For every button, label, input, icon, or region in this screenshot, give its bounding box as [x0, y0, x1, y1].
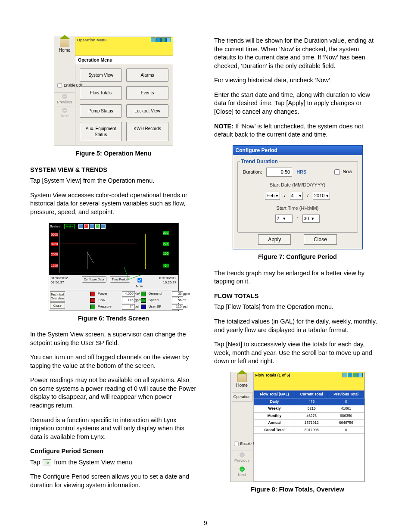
btn-events[interactable]: Events	[126, 86, 168, 100]
para: You can turn on and off logged channels …	[30, 353, 197, 370]
fig8-title: Flow Totals (1 of 5)	[255, 373, 290, 390]
trend-duration-legend: Trend Duration	[240, 159, 279, 165]
fig5-subheader: Operation Menu	[75, 56, 173, 64]
legend: Power4,500kWDemand23gpmFlow116gpmSpeed56…	[66, 290, 190, 310]
fig5-caption: Figure 5: Operation Menu	[30, 149, 197, 158]
tech-overview-btn[interactable]: Technical Overview	[50, 291, 65, 302]
para: For viewing historical data, uncheck ‘No…	[214, 76, 381, 85]
btn-kwh[interactable]: KWH Records	[126, 122, 168, 141]
para: The Configure Period screen allows you t…	[30, 473, 197, 489]
fig5-buttons: System View Alarms Flow Totals Events Pu…	[75, 64, 173, 146]
end-date: 01/10/2012	[149, 276, 177, 281]
para: Enter the start date and time, along wit…	[214, 91, 381, 116]
enable-edit[interactable]: Enable Edit	[232, 440, 252, 448]
enable-edit[interactable]: Enable Edit	[55, 81, 74, 90]
duration-input[interactable]: 0.50	[266, 168, 292, 177]
home-label: Home	[54, 47, 75, 53]
fig6-icons	[78, 224, 106, 229]
figure-8: Home Flow Totals (1 of 5) Operation Enab…	[230, 372, 365, 482]
para: The totalized values (in GAL) for the da…	[214, 317, 381, 334]
para: The trends will be shown for the Duratio…	[214, 37, 381, 70]
figure-7: Configure Period Trend Duration Duration…	[233, 145, 363, 250]
operation-button[interactable]: Operation	[232, 392, 252, 401]
hour-select[interactable]: 2 ▾	[275, 215, 293, 223]
year-select[interactable]: 2010 ▾	[313, 192, 330, 200]
note: NOTE: If ‘Now’ is left unchecked, the sy…	[214, 122, 381, 139]
heading-configure: Configure Period Screen	[30, 447, 197, 456]
para: Tap [Flow Totals] from the Operation men…	[214, 303, 381, 311]
home-label: Home	[231, 383, 253, 389]
para: In the System View screen, a supervisor …	[30, 330, 197, 347]
home-icon	[60, 39, 69, 47]
prev-button: ←Previous	[54, 92, 75, 106]
home-icon	[237, 374, 247, 382]
hrs-label: HRS	[296, 169, 306, 175]
para-tap-icon: Tap from the System View menu.	[30, 458, 197, 467]
fig8-titlebar: Flow Totals (1 of 5)	[254, 372, 364, 391]
fig8-title-icons	[342, 373, 363, 390]
min-select[interactable]: 30 ▾	[302, 215, 320, 223]
heading-system-view: SYSTEM VIEW & TRENDS	[30, 166, 197, 174]
start-time-label: Start Time (HH:MM)	[243, 205, 352, 212]
auto-badge: Auto	[64, 224, 75, 230]
month-select[interactable]: Feb ▾	[265, 192, 280, 200]
end-time: 10:26:37	[149, 280, 177, 285]
fig8-caption: Figure 8: Flow Totals, Overview	[214, 485, 381, 494]
close-btn[interactable]: Close	[50, 302, 65, 309]
para: Tap [Next] to successively view the tota…	[214, 340, 381, 366]
btn-pump-status[interactable]: Pump Status	[80, 104, 122, 118]
now-checkbox[interactable]: Now	[333, 168, 352, 176]
heading-flow-totals: FLOW TOTALS	[214, 292, 381, 301]
para: Tap [System View] from the Operation men…	[30, 177, 197, 185]
para: System View accesses color-coded operati…	[30, 191, 197, 217]
figure-6: System: Auto 5000 3750 2500 1250 200 225…	[49, 223, 179, 311]
prev-button: ←Previous	[231, 451, 253, 464]
figure-5: Home Operation Menu Operation Menu Enabl…	[54, 37, 173, 146]
btn-alarms[interactable]: Alarms	[126, 68, 168, 82]
now-check[interactable]	[137, 278, 142, 282]
start-date: 01/10/2012	[51, 276, 78, 281]
day-select[interactable]: 4 ▾	[290, 192, 303, 200]
btn-lockout[interactable]: Lockout View	[126, 104, 168, 118]
configure-data-btn[interactable]: Configure Data	[82, 276, 106, 283]
start-date-label: Start Date (MM/DD/YYYY)	[243, 182, 352, 188]
fig6-caption: Figure 6: Trends Screen	[30, 314, 197, 323]
para: Power readings may not be available on a…	[30, 376, 197, 410]
btn-system-view[interactable]: System View	[80, 68, 122, 82]
flow-table: Flow Total (GAL)Current TotalPrevious To…	[254, 391, 364, 434]
next-button: →Next	[54, 106, 75, 120]
time-period-icon	[43, 459, 51, 466]
duration-label: Duration:	[243, 169, 262, 175]
start-time: 09:56:37	[51, 280, 78, 285]
next-button[interactable]: →Next	[231, 465, 253, 479]
fig5-titlebar: Operation Menu	[75, 37, 173, 56]
sys-label: System:	[50, 224, 62, 228]
fig7-caption: Figure 7: Configure Period	[214, 253, 381, 261]
apply-button[interactable]: Apply	[258, 234, 291, 245]
para: Demand is a function specific to interac…	[30, 416, 197, 442]
page-number: 9	[0, 519, 411, 532]
fig5-title: Operation Menu	[77, 37, 107, 55]
fig7-title: Configure Period	[233, 146, 362, 155]
para: The trends graph may be enlarged for a b…	[214, 269, 381, 286]
btn-aux[interactable]: Aux. Equipment Status	[80, 122, 122, 141]
fig5-title-icons	[150, 37, 171, 55]
btn-flow-totals[interactable]: Flow Totals	[80, 86, 122, 100]
close-button[interactable]: Close	[304, 234, 337, 245]
